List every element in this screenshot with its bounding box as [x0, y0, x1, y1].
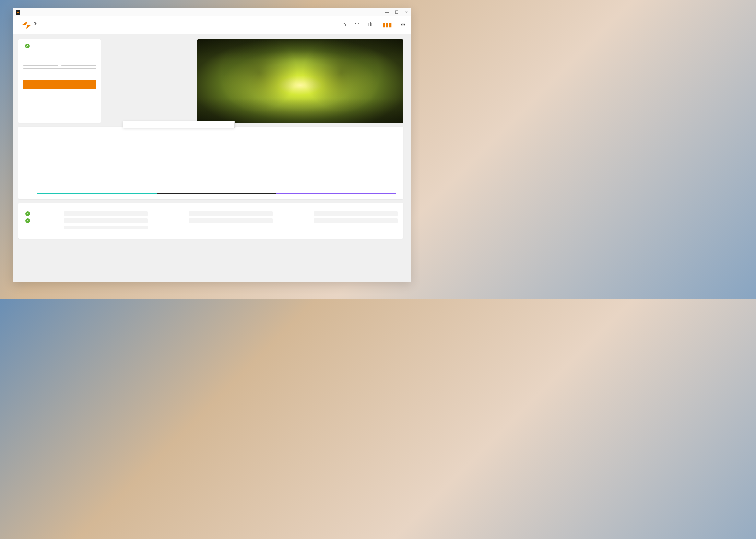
close-button[interactable]: ✕ — [405, 10, 408, 15]
display1-label: ✓ — [24, 218, 59, 223]
monitoring-chart[interactable] — [37, 134, 396, 187]
systeminfo-label — [277, 218, 310, 223]
compare-online-button[interactable] — [23, 68, 96, 77]
titlebar: — ☐ ✕ — [13, 8, 411, 16]
nav-options[interactable]: ⚙ — [400, 21, 406, 29]
bars-icon: ılıl — [368, 21, 374, 28]
scores-grid — [105, 39, 193, 123]
systeminfo-value — [314, 218, 398, 223]
gpu2-label — [24, 226, 59, 229]
cpu-value — [189, 211, 273, 216]
chart-icon: ▮▮▮ — [382, 21, 392, 28]
maximize-button[interactable]: ☐ — [395, 10, 399, 15]
system-info-panel: ✓ ✓ — [19, 203, 403, 239]
gui-label — [152, 218, 185, 223]
nav-home[interactable]: ⌂ — [342, 21, 346, 29]
legend-bars — [37, 193, 396, 194]
gauge-icon: ◠ — [354, 21, 359, 28]
check-icon: ✓ — [25, 211, 30, 216]
nav-stress-tests[interactable]: ılıl — [368, 21, 374, 29]
gpu1-value — [64, 211, 147, 216]
nav-results[interactable]: ▮▮▮ — [382, 21, 392, 29]
gpu2-value — [64, 226, 147, 229]
gpu1-label: ✓ — [24, 211, 59, 216]
cpu-profile-title: ✓ — [23, 44, 96, 48]
main-body: ✓ — [13, 34, 411, 282]
check-icon: ✓ — [25, 218, 30, 223]
home-icon: ⌂ — [342, 21, 346, 28]
main-nav: ⌂ ◠ ılıl ▮▮▮ ⚙ — [342, 21, 406, 29]
app-window: — ☐ ✕ ® ⌂ ◠ ılıl ▮▮▮ — [13, 8, 411, 282]
gear-icon: ⚙ — [400, 21, 406, 28]
logo: ® — [21, 20, 37, 31]
time-label — [277, 211, 310, 216]
x-axis — [37, 187, 396, 191]
logo-icon — [21, 20, 32, 31]
nav-benchmarks[interactable]: ◠ — [354, 21, 359, 29]
minimize-button[interactable]: — — [385, 10, 389, 15]
load-button[interactable] — [23, 57, 58, 66]
cpu-label — [152, 211, 185, 216]
hero-image — [197, 39, 403, 123]
save-button[interactable] — [61, 57, 96, 66]
gui-value — [189, 218, 273, 223]
score-tooltip — [123, 121, 235, 128]
verified-badge-icon: ✓ — [25, 44, 30, 48]
app-icon — [16, 10, 21, 15]
run-again-button[interactable] — [23, 80, 96, 89]
app-header: ® ⌂ ◠ ılıl ▮▮▮ ⚙ — [13, 16, 411, 34]
monitoring-panel — [19, 127, 403, 199]
time-value — [314, 211, 398, 216]
logo-text: ® — [34, 21, 37, 29]
cpu-profile-panel: ✓ — [19, 39, 101, 123]
display1-value — [64, 218, 147, 223]
